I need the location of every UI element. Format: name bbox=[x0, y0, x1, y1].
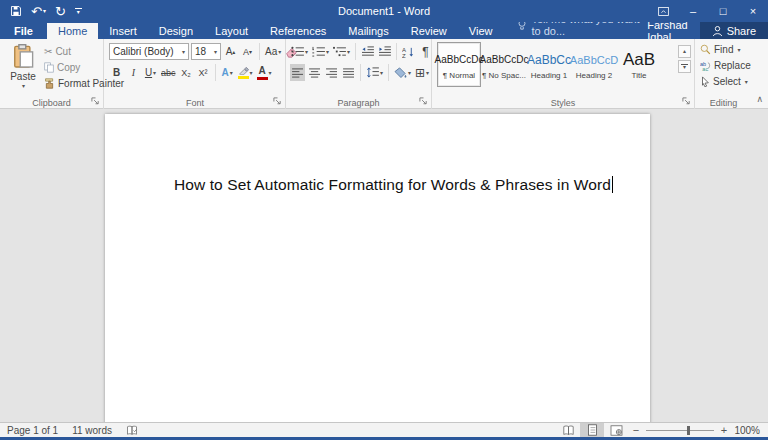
tab-home[interactable]: Home bbox=[47, 23, 98, 39]
styles-scroll-up-button[interactable]: ▴ bbox=[678, 45, 691, 58]
copy-icon bbox=[44, 62, 54, 73]
bullets-button[interactable]: ▾ bbox=[290, 43, 309, 60]
select-dropdown-icon: ▾ bbox=[745, 78, 748, 85]
tab-references[interactable]: References bbox=[259, 23, 337, 39]
text-effects-dropdown-icon: ▾ bbox=[230, 69, 233, 76]
style-title[interactable]: AaB Title bbox=[617, 42, 661, 87]
redo-button[interactable]: ↻ bbox=[55, 5, 66, 18]
font-family-combo[interactable]: Calibri (Body)▾ bbox=[109, 43, 189, 60]
paragraph-group-label: Paragraph bbox=[286, 98, 431, 108]
replace-icon: abac bbox=[700, 60, 711, 71]
change-case-dropdown-icon: ▾ bbox=[278, 48, 281, 55]
show-paragraph-marks-button[interactable]: ¶ bbox=[418, 43, 433, 60]
justify-icon bbox=[343, 68, 355, 78]
sort-icon: AZ bbox=[402, 46, 415, 58]
style-heading-1[interactable]: AaBbCc Heading 1 bbox=[527, 42, 571, 87]
find-button[interactable]: Find ▾ bbox=[700, 43, 751, 56]
tab-layout[interactable]: Layout bbox=[204, 23, 259, 39]
font-color-button[interactable]: A ▾ bbox=[256, 64, 273, 81]
italic-button[interactable]: I bbox=[126, 64, 141, 81]
tab-insert[interactable]: Insert bbox=[98, 23, 148, 39]
text-highlight-button[interactable]: ▾ bbox=[237, 64, 254, 81]
styles-dialog-launcher[interactable] bbox=[682, 97, 692, 107]
change-case-button[interactable]: Aa▾ bbox=[264, 43, 282, 60]
find-icon bbox=[700, 44, 711, 55]
font-size-value: 18 bbox=[195, 46, 206, 57]
styles-more-button[interactable]: ▾ bbox=[678, 60, 691, 73]
align-center-button[interactable] bbox=[307, 64, 322, 81]
document-page[interactable]: How to Set Automatic Formatting for Word… bbox=[105, 114, 650, 422]
quick-access-toolbar: ↶▾ ↻ ▾ bbox=[10, 5, 82, 18]
style-heading-2[interactable]: AaBbCcD Heading 2 bbox=[572, 42, 616, 87]
find-dropdown-icon: ▾ bbox=[737, 46, 740, 53]
zoom-slider-handle[interactable] bbox=[687, 426, 690, 435]
subscript-button[interactable]: X₂ bbox=[179, 64, 194, 81]
text-effects-button[interactable]: A▾ bbox=[220, 64, 235, 81]
tab-view[interactable]: View bbox=[458, 23, 504, 39]
proofing-status-button[interactable] bbox=[119, 425, 145, 436]
zoom-slider-track[interactable] bbox=[646, 430, 714, 431]
save-button[interactable] bbox=[10, 5, 22, 17]
page-indicator[interactable]: Page 1 of 1 bbox=[0, 425, 65, 436]
font-size-combo[interactable]: 18▾ bbox=[191, 43, 221, 60]
maximize-button[interactable]: □ bbox=[708, 0, 738, 22]
group-styles: AaBbCcDc ¶ Normal AaBbCcDc ¶ No Spac... … bbox=[432, 39, 695, 109]
zoom-out-button[interactable]: − bbox=[628, 424, 644, 436]
align-right-button[interactable] bbox=[324, 64, 339, 81]
paste-button[interactable]: Paste ▾ bbox=[6, 43, 40, 95]
paragraph-dialog-launcher[interactable] bbox=[419, 97, 429, 107]
style-sample: AaBbCcDc bbox=[480, 50, 529, 70]
document-heading-text[interactable]: How to Set Automatic Formatting for Word… bbox=[174, 176, 613, 194]
shading-button[interactable]: ▾ bbox=[393, 64, 412, 81]
align-left-button[interactable] bbox=[290, 64, 305, 81]
strikethrough-button[interactable]: abc bbox=[160, 64, 177, 81]
justify-button[interactable] bbox=[341, 64, 356, 81]
multilevel-list-button[interactable]: ▾ bbox=[332, 43, 351, 60]
tab-file[interactable]: File bbox=[0, 23, 47, 39]
undo-dropdown-icon: ▾ bbox=[43, 8, 46, 14]
window-controls: – □ × bbox=[648, 0, 768, 22]
line-spacing-button[interactable]: ▾ bbox=[365, 64, 384, 81]
change-case-icon: Aa bbox=[265, 46, 277, 57]
tab-design[interactable]: Design bbox=[148, 23, 204, 39]
numbering-button[interactable]: ▾ bbox=[311, 43, 330, 60]
undo-button[interactable]: ↶▾ bbox=[31, 5, 46, 18]
borders-dropdown-icon: ▾ bbox=[426, 69, 429, 76]
styles-more-icon: ▾ bbox=[683, 66, 686, 69]
select-button[interactable]: Select ▾ bbox=[700, 75, 751, 88]
font-dialog-launcher[interactable] bbox=[273, 97, 283, 107]
shrink-font-button[interactable]: A▾ bbox=[240, 43, 255, 60]
customize-qat-button[interactable]: ▾ bbox=[75, 8, 82, 14]
style-normal[interactable]: AaBbCcDc ¶ Normal bbox=[437, 42, 481, 87]
divider bbox=[360, 64, 361, 81]
close-button[interactable]: × bbox=[738, 0, 768, 22]
minimize-button[interactable]: – bbox=[678, 0, 708, 22]
increase-indent-button[interactable] bbox=[377, 43, 392, 60]
sort-button[interactable]: AZ bbox=[401, 43, 416, 60]
style-no-spacing[interactable]: AaBbCcDc ¶ No Spac... bbox=[482, 42, 526, 87]
web-layout-button[interactable] bbox=[604, 423, 628, 437]
collapse-ribbon-button[interactable]: ∧ bbox=[756, 94, 763, 104]
zoom-in-button[interactable]: + bbox=[716, 424, 732, 436]
word-count[interactable]: 11 words bbox=[65, 425, 119, 436]
share-button[interactable]: Share bbox=[700, 22, 768, 39]
grow-font-button[interactable]: A▴ bbox=[223, 43, 238, 60]
tab-mailings[interactable]: Mailings bbox=[337, 23, 399, 39]
tab-review[interactable]: Review bbox=[400, 23, 458, 39]
ribbon-display-options-button[interactable] bbox=[648, 0, 678, 22]
decrease-indent-button[interactable] bbox=[360, 43, 375, 60]
clipboard-dialog-launcher[interactable] bbox=[91, 97, 101, 107]
underline-button[interactable]: U▾ bbox=[143, 64, 158, 81]
bold-button[interactable]: B bbox=[109, 64, 124, 81]
group-clipboard: Paste ▾ ✂Cut Copy Format Painter Clipboa… bbox=[0, 39, 104, 109]
styles-gallery-scroll: ▴ ▾ bbox=[678, 45, 691, 73]
zoom-level[interactable]: 100% bbox=[732, 425, 768, 436]
replace-button[interactable]: abac Replace bbox=[700, 59, 751, 72]
font-color-icon: A bbox=[257, 66, 268, 80]
print-layout-button[interactable] bbox=[580, 423, 604, 437]
decrease-indent-icon bbox=[361, 46, 374, 57]
superscript-button[interactable]: X² bbox=[196, 64, 211, 81]
borders-button[interactable]: ⊞▾ bbox=[414, 64, 430, 81]
read-mode-button[interactable] bbox=[556, 423, 580, 437]
svg-text:ac: ac bbox=[702, 66, 708, 71]
